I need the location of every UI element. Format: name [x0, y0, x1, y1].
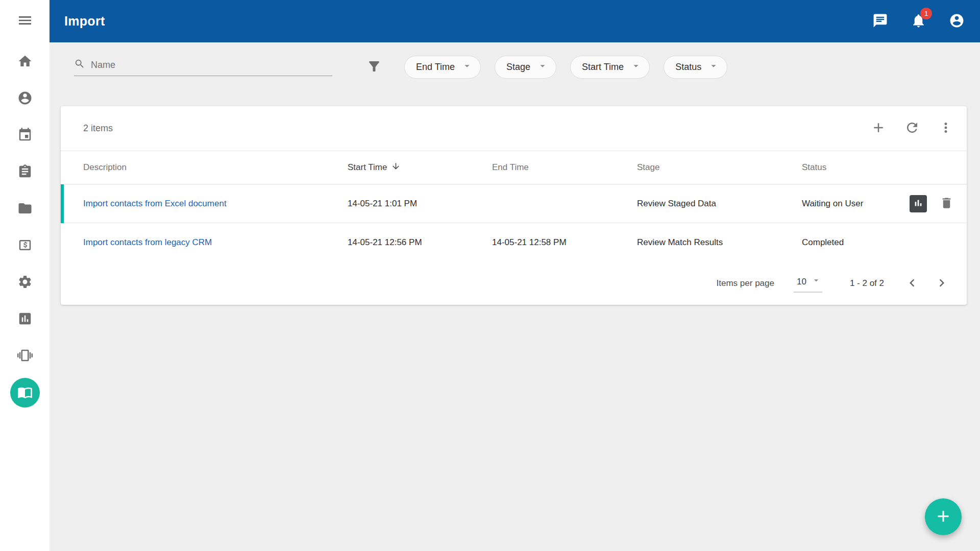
appbar-actions: 1	[872, 13, 965, 30]
import-job-link[interactable]: Import contacts from Excel document	[83, 199, 227, 208]
previous-page-button[interactable]	[904, 275, 920, 292]
stage-cell: Review Match Results	[637, 237, 802, 248]
start-time-cell: 14-05-21 1:01 PM	[348, 199, 492, 209]
settings-gear-icon	[17, 274, 33, 291]
next-page-button[interactable]	[934, 275, 949, 292]
filter-chip-stage[interactable]: Stage	[495, 56, 556, 79]
account-button[interactable]	[949, 13, 965, 30]
add-import-button[interactable]	[871, 120, 886, 137]
account-circle-icon	[949, 13, 965, 30]
bar-chart-icon	[17, 311, 33, 328]
chevron-down-icon	[461, 60, 473, 74]
sidebar-item-devices[interactable]	[0, 338, 50, 374]
card-toolbar: 2 items	[61, 106, 967, 151]
chat-button[interactable]	[872, 13, 888, 30]
search-icon	[74, 58, 91, 71]
column-header-status[interactable]: Status	[802, 162, 903, 173]
create-import-fab[interactable]	[925, 498, 962, 535]
sidebar-item-import[interactable]	[0, 374, 50, 411]
end-time-cell: 14-05-21 12:58 PM	[492, 237, 637, 248]
status-cell: Completed	[802, 237, 903, 248]
filter-bar: End Time Stage Start Time Status	[50, 42, 980, 92]
more-options-button[interactable]	[938, 120, 953, 137]
sidebar-item-home[interactable]	[0, 43, 50, 80]
filter-button[interactable]	[366, 59, 382, 76]
assignment-icon	[17, 164, 33, 181]
folder-icon	[17, 201, 33, 218]
account-icon	[17, 90, 33, 107]
items-per-page-select[interactable]: 10	[794, 274, 822, 293]
import-book-icon	[17, 385, 33, 401]
app-window: Import 1	[0, 0, 980, 551]
filter-chip-end-time[interactable]: End Time	[404, 56, 481, 79]
sidebar-nav	[0, 42, 50, 411]
sidebar-item-billing[interactable]	[0, 227, 50, 264]
home-icon	[17, 54, 33, 70]
chip-label: Status	[675, 62, 701, 73]
chip-label: End Time	[416, 62, 455, 73]
main-area: Import 1	[50, 0, 980, 551]
chevron-down-icon	[811, 275, 821, 288]
app-bar: Import 1	[50, 0, 980, 42]
row-actions	[903, 195, 967, 212]
content-area: 2 items Description	[50, 92, 980, 551]
plus-icon	[934, 507, 952, 527]
table-row: Import contacts from legacy CRM 14-05-21…	[61, 223, 967, 262]
refresh-icon	[904, 120, 920, 137]
filter-chip-status[interactable]: Status	[664, 56, 727, 79]
search-field	[74, 58, 332, 76]
refresh-button[interactable]	[904, 120, 920, 137]
page-title: Import	[64, 14, 105, 29]
menu-icon	[17, 12, 33, 30]
import-job-link[interactable]: Import contacts from legacy CRM	[83, 237, 212, 247]
chevron-down-icon	[708, 60, 719, 74]
chevron-right-icon	[934, 275, 949, 292]
notifications-button[interactable]: 1	[911, 13, 926, 30]
trash-icon	[940, 196, 953, 211]
sidebar-item-folder[interactable]	[0, 190, 50, 227]
chevron-left-icon	[904, 275, 920, 292]
column-header-stage[interactable]: Stage	[637, 162, 802, 173]
table-row: Import contacts from Excel document 14-0…	[61, 184, 967, 223]
calendar-icon	[17, 127, 33, 144]
billing-icon	[17, 237, 33, 254]
column-header-start-time[interactable]: Start Time	[348, 161, 492, 174]
sidebar-item-account[interactable]	[0, 80, 50, 117]
delete-button[interactable]	[940, 196, 953, 211]
status-cell: Waiting on User	[802, 199, 903, 209]
vibration-icon	[17, 348, 33, 365]
chip-label: Stage	[506, 62, 530, 73]
sidebar-item-settings[interactable]	[0, 264, 50, 301]
kebab-menu-icon	[938, 120, 953, 137]
toolbar-actions	[871, 120, 953, 137]
items-per-page-label: Items per page	[717, 278, 774, 289]
pagination-bar: Items per page 10 1 - 2 of 2	[61, 262, 967, 305]
start-time-cell: 14-05-21 12:56 PM	[348, 237, 492, 248]
column-header-description[interactable]: Description	[83, 162, 348, 173]
filter-chips: End Time Stage Start Time Status	[404, 56, 727, 79]
chevron-down-icon	[537, 60, 548, 74]
table-header-row: Description Start Time End Time Stage St…	[61, 151, 967, 184]
items-count: 2 items	[83, 123, 113, 134]
view-results-button[interactable]	[910, 195, 927, 212]
column-header-end-time[interactable]: End Time	[492, 162, 637, 173]
filter-chip-start-time[interactable]: Start Time	[570, 56, 650, 79]
page-range-label: 1 - 2 of 2	[850, 278, 884, 289]
sort-arrow-down-icon	[391, 161, 401, 174]
menu-button[interactable]	[0, 0, 50, 42]
sidebar-item-reports[interactable]	[0, 301, 50, 338]
search-input[interactable]	[91, 60, 332, 70]
chip-label: Start Time	[582, 62, 624, 73]
chart-button-icon	[913, 198, 924, 210]
sidebar-item-assignment[interactable]	[0, 154, 50, 190]
filter-funnel-icon	[366, 59, 382, 76]
sidebar	[0, 0, 50, 551]
import-table-card: 2 items Description	[61, 106, 967, 305]
add-icon	[871, 120, 886, 137]
chevron-down-icon	[630, 60, 642, 74]
chat-icon	[872, 13, 888, 30]
sidebar-item-calendar[interactable]	[0, 117, 50, 154]
active-item-circle	[10, 378, 40, 408]
notification-badge: 1	[920, 8, 932, 19]
stage-cell: Review Staged Data	[637, 199, 802, 209]
